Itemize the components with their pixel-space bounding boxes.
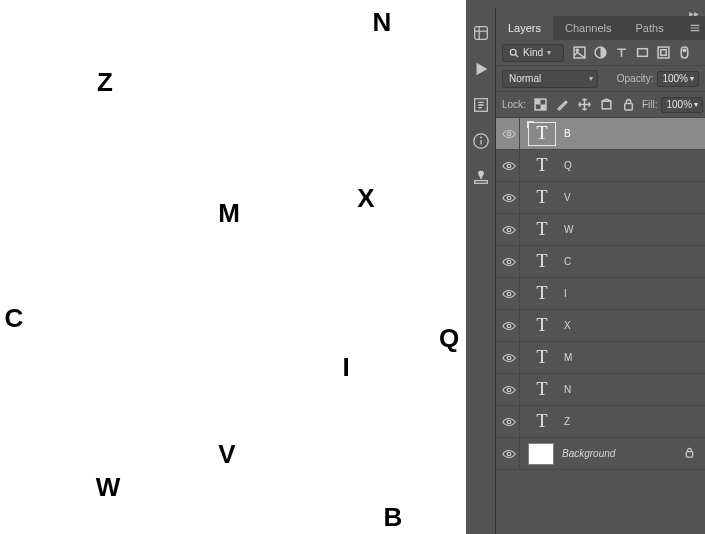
layer-row[interactable]: TI	[496, 278, 705, 310]
opacity-value: 100%	[662, 73, 688, 84]
type-layer-icon[interactable]: T	[528, 122, 556, 146]
visibility-toggle[interactable]	[498, 438, 520, 469]
layer-name[interactable]: C	[564, 256, 571, 267]
layer-row[interactable]: Background	[496, 438, 705, 470]
filter-smart-icon[interactable]	[656, 46, 670, 60]
canvas-text-q[interactable]: Q	[439, 325, 459, 351]
blend-mode-select[interactable]: Normal ▾	[502, 70, 598, 88]
layer-name[interactable]: Background	[562, 448, 615, 459]
type-layer-icon[interactable]: T	[528, 282, 556, 306]
visibility-toggle[interactable]	[498, 118, 520, 149]
visibility-toggle[interactable]	[498, 342, 520, 373]
type-layer-icon[interactable]: T	[528, 314, 556, 338]
svg-rect-9	[637, 49, 647, 57]
layer-name[interactable]: X	[564, 320, 571, 331]
canvas-text-m[interactable]: M	[218, 200, 240, 226]
panel-tabs: Layers Channels Paths	[496, 16, 705, 40]
layer-name[interactable]: N	[564, 384, 571, 395]
svg-rect-17	[603, 101, 612, 109]
svg-point-20	[507, 164, 511, 168]
tab-layers[interactable]: Layers	[496, 16, 553, 40]
svg-point-27	[507, 388, 511, 392]
filter-kind-label: Kind	[523, 47, 543, 58]
canvas-text-x[interactable]: X	[357, 185, 374, 211]
filter-adjust-icon[interactable]	[593, 46, 607, 60]
canvas-text-z[interactable]: Z	[97, 69, 113, 95]
layer-name[interactable]: I	[564, 288, 567, 299]
layer-name[interactable]: Q	[564, 160, 572, 171]
visibility-toggle[interactable]	[498, 214, 520, 245]
document-canvas[interactable]: NZXMCQIVWB	[0, 0, 466, 534]
type-layer-icon[interactable]: T	[528, 186, 556, 210]
type-glyph-icon: T	[537, 251, 548, 272]
lock-artboard-icon[interactable]	[600, 98, 614, 112]
info-icon[interactable]	[470, 130, 492, 152]
layer-name[interactable]: Z	[564, 416, 570, 427]
lock-transparency-icon[interactable]	[534, 98, 548, 112]
swatch-icon[interactable]	[470, 166, 492, 188]
canvas-text-w[interactable]: W	[96, 474, 121, 500]
svg-point-23	[507, 260, 511, 264]
lock-position-icon[interactable]	[578, 98, 592, 112]
panel-collapse-handle[interactable]: ▸▸	[496, 8, 705, 16]
lock-row: Lock: Fill: 100% ▾	[496, 92, 705, 118]
svg-rect-4	[474, 181, 487, 184]
type-glyph-icon: T	[537, 155, 548, 176]
type-layer-icon[interactable]: T	[528, 346, 556, 370]
opacity-label: Opacity:	[617, 73, 654, 84]
tab-channels[interactable]: Channels	[553, 16, 623, 40]
panel-menu-icon[interactable]	[685, 16, 705, 40]
svg-rect-0	[474, 27, 487, 40]
lock-pixels-icon[interactable]	[556, 98, 570, 112]
tab-paths[interactable]: Paths	[624, 16, 676, 40]
opacity-input[interactable]: 100% ▾	[657, 71, 699, 87]
panel-top-strip	[466, 0, 705, 8]
type-glyph-icon: T	[537, 283, 548, 304]
visibility-toggle[interactable]	[498, 182, 520, 213]
visibility-toggle[interactable]	[498, 406, 520, 437]
layer-row[interactable]: TX	[496, 310, 705, 342]
layer-name[interactable]: V	[564, 192, 571, 203]
svg-rect-10	[658, 47, 669, 58]
filter-kind-select[interactable]: Kind ▾	[502, 44, 564, 62]
type-layer-icon[interactable]: T	[528, 410, 556, 434]
layer-row[interactable]: TC	[496, 246, 705, 278]
lock-all-icon[interactable]	[622, 98, 636, 112]
layer-row[interactable]: TM	[496, 342, 705, 374]
visibility-toggle[interactable]	[498, 150, 520, 181]
visibility-toggle[interactable]	[498, 278, 520, 309]
properties-icon[interactable]	[470, 94, 492, 116]
layer-row[interactable]: TV	[496, 182, 705, 214]
layer-row[interactable]: TN	[496, 374, 705, 406]
canvas-text-c[interactable]: C	[5, 305, 24, 331]
layer-name[interactable]: B	[564, 128, 571, 139]
history-icon[interactable]	[470, 22, 492, 44]
layer-row[interactable]: TZ	[496, 406, 705, 438]
filter-pixel-icon[interactable]	[572, 46, 586, 60]
type-layer-icon[interactable]: T	[528, 154, 556, 178]
filter-type-icon[interactable]	[614, 46, 628, 60]
layer-row[interactable]: TB	[496, 118, 705, 150]
filter-shape-icon[interactable]	[635, 46, 649, 60]
layer-thumbnail[interactable]	[528, 443, 554, 465]
svg-point-29	[507, 452, 511, 456]
chevron-down-icon: ▾	[694, 100, 698, 109]
filter-toggle-icon[interactable]	[677, 46, 691, 60]
canvas-text-v[interactable]: V	[218, 441, 235, 467]
layer-name[interactable]: M	[564, 352, 572, 363]
visibility-toggle[interactable]	[498, 374, 520, 405]
blend-row: Normal ▾ Opacity: 100% ▾	[496, 66, 705, 92]
layer-row[interactable]: TQ	[496, 150, 705, 182]
layer-name[interactable]: W	[564, 224, 573, 235]
canvas-text-b[interactable]: B	[384, 504, 403, 530]
fill-input[interactable]: 100% ▾	[661, 97, 703, 113]
type-layer-icon[interactable]: T	[528, 218, 556, 242]
layer-row[interactable]: TW	[496, 214, 705, 246]
canvas-text-n[interactable]: N	[373, 9, 392, 35]
play-icon[interactable]	[470, 58, 492, 80]
type-layer-icon[interactable]: T	[528, 378, 556, 402]
visibility-toggle[interactable]	[498, 310, 520, 341]
canvas-text-i[interactable]: I	[342, 354, 349, 380]
visibility-toggle[interactable]	[498, 246, 520, 277]
type-layer-icon[interactable]: T	[528, 250, 556, 274]
